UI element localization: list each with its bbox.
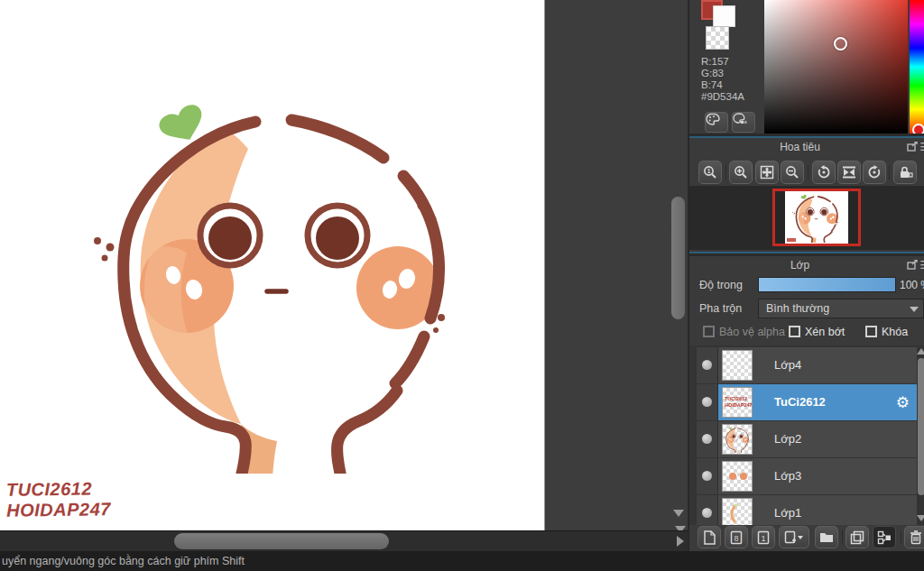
watermark-line-2: HOIDAP247 — [6, 499, 111, 521]
add-layer-icon — [784, 530, 804, 545]
fit-screen-icon — [760, 165, 774, 180]
clipping-label: Xén bớt — [805, 326, 845, 338]
rotate-cw-icon — [867, 165, 882, 180]
navigator-thumbnail-art — [791, 192, 842, 243]
navigator-titlebar[interactable]: Hoa tiêu ☰ — [689, 138, 924, 156]
layer-thumbnail — [722, 424, 753, 455]
opacity-slider[interactable] — [758, 277, 896, 292]
navigator-view-frame[interactable] — [772, 189, 861, 246]
layer-list: Lớp4 TUCI2612 HOIDAP247 TuCi2612 ⚙ — [689, 345, 924, 525]
blend-mode-dropdown[interactable]: Bình thường — [758, 299, 924, 318]
delete-layer-button[interactable] — [904, 526, 924, 548]
zoom-in-icon — [734, 165, 748, 180]
toolbar-separator — [725, 165, 726, 180]
navigator-watermark-mark — [787, 238, 796, 242]
layer-visibility-dot[interactable] — [702, 508, 712, 518]
rotate-cw-button[interactable] — [863, 161, 886, 184]
drawing-canvas[interactable]: TUCI2612 HOIDAP247 — [0, 0, 545, 530]
status-bar: uyển ngang/vuông góc bằng cách giữ phím … — [0, 551, 924, 571]
layer-thumbnail: TUCI2612 HOIDAP247 — [722, 387, 753, 418]
layer-list-scrollbar-thumb[interactable] — [918, 358, 924, 495]
layer-1bit-icon: 1 — [757, 530, 770, 545]
duplicate-layer-button[interactable] — [845, 526, 869, 548]
layer-visibility-dot[interactable] — [702, 434, 712, 444]
rotate-lock-button[interactable] — [893, 161, 917, 184]
layer-thumbnail-art — [724, 426, 751, 453]
zoom-out-button[interactable] — [781, 161, 804, 184]
new-8bit-layer-button[interactable]: 8 — [725, 526, 748, 548]
palette-button[interactable] — [705, 112, 728, 133]
merge-layer-icon — [877, 530, 892, 545]
layer-visibility-dot[interactable] — [702, 471, 712, 481]
layers-titlebar[interactable]: Lớp ☰ — [689, 256, 924, 274]
hue-slider[interactable] — [910, 0, 924, 134]
watermark-line-1: TUCI2612 — [6, 478, 111, 501]
blend-mode-label: Pha trộn — [699, 302, 742, 315]
zoom-in-button[interactable] — [729, 161, 753, 184]
palette-icon — [706, 113, 720, 125]
new-layer-button[interactable] — [698, 526, 721, 548]
scroll-down-arrow-icon[interactable] — [917, 515, 924, 521]
fit-screen-button[interactable] — [755, 161, 779, 184]
reset-rotation-button[interactable] — [837, 161, 861, 184]
popout-window-icon[interactable] — [907, 142, 918, 152]
layer-thumbnail — [722, 498, 753, 529]
layer-row[interactable]: Lớp3 — [697, 458, 917, 494]
popout-window-icon[interactable] — [907, 260, 918, 270]
layer-thumbnail — [722, 350, 753, 381]
right-panel: R:157 G:83 B:74 #9D534A Hoa tiêu — [688, 0, 924, 551]
scroll-right-arrow-icon[interactable] — [677, 536, 684, 547]
canvas-workspace[interactable]: TUCI2612 HOIDAP247 — [0, 0, 688, 530]
app-window: TUCI2612 HOIDAP247 uyển ngang/vuông góc … — [0, 0, 924, 571]
navigator-title: Hoa tiêu — [689, 141, 910, 153]
layer-row[interactable]: Lớp2 — [697, 421, 917, 457]
layer-name: Lớp1 — [774, 506, 801, 520]
chevron-down-icon — [910, 307, 919, 312]
vertical-scrollbar-thumb[interactable] — [671, 197, 685, 319]
new-1bit-layer-button[interactable]: 1 — [752, 526, 775, 548]
zoom-100-icon: 1 — [703, 165, 717, 180]
zoom-100-button[interactable]: 1 — [698, 161, 722, 184]
horizontal-scrollbar-thumb[interactable] — [174, 533, 389, 549]
opacity-label: Độ trong — [699, 279, 743, 291]
status-hint-text: uyển ngang/vuông góc bằng cách giữ phím … — [2, 555, 245, 567]
layer-row-selected[interactable]: TUCI2612 HOIDAP247 TuCi2612 ⚙ — [697, 384, 917, 420]
layer-8bit-icon: 8 — [730, 530, 743, 545]
rotate-lock-icon — [898, 165, 913, 180]
color-picker-cursor[interactable] — [834, 37, 847, 51]
layer-visibility-dot[interactable] — [702, 360, 712, 370]
panel-menu-icon[interactable]: ☰ — [919, 141, 924, 153]
blend-mode-value: Bình thường — [766, 302, 829, 315]
scroll-up-arrow-icon[interactable] — [917, 348, 924, 355]
svg-text:1: 1 — [707, 168, 711, 174]
add-layer-menu-button[interactable] — [779, 526, 809, 548]
navigator-canvas-thumbnail — [785, 191, 848, 244]
background-color-swatch[interactable] — [713, 5, 735, 27]
navigator-preview[interactable] — [689, 186, 924, 250]
character-artwork — [86, 86, 474, 474]
layer-settings-gear-icon[interactable]: ⚙ — [896, 393, 910, 411]
lock-checkbox[interactable] — [865, 326, 877, 337]
rotate-ccw-button[interactable] — [812, 161, 836, 184]
layer-row[interactable]: Lớp4 — [697, 347, 917, 383]
palette-set-button[interactable] — [732, 112, 755, 133]
rgb-g-value: G:83 — [701, 68, 724, 78]
scroll-down-arrow-icon[interactable] — [673, 510, 684, 517]
transparent-color-swatch[interactable] — [706, 26, 729, 50]
rotate-ccw-icon — [817, 165, 831, 180]
layer-list-scrollbar[interactable] — [917, 345, 924, 525]
layer-name: Lớp2 — [774, 432, 801, 446]
new-folder-button[interactable] — [815, 526, 838, 548]
layer-name: Lớp4 — [774, 358, 801, 372]
clipping-checkbox[interactable] — [789, 326, 800, 337]
merge-layer-button[interactable] — [873, 526, 896, 548]
horizontal-scrollbar[interactable] — [0, 530, 688, 552]
panel-menu-icon[interactable]: ☰ — [919, 259, 924, 272]
delete-layer-icon — [910, 530, 922, 545]
duplicate-layer-icon — [850, 530, 864, 545]
saturation-value-picker[interactable] — [764, 0, 908, 134]
palette-swatches-icon — [733, 113, 747, 125]
layer-visibility-dot[interactable] — [702, 397, 712, 407]
protect-alpha-checkbox[interactable] — [703, 326, 715, 337]
opacity-value: 100 % — [900, 279, 924, 291]
